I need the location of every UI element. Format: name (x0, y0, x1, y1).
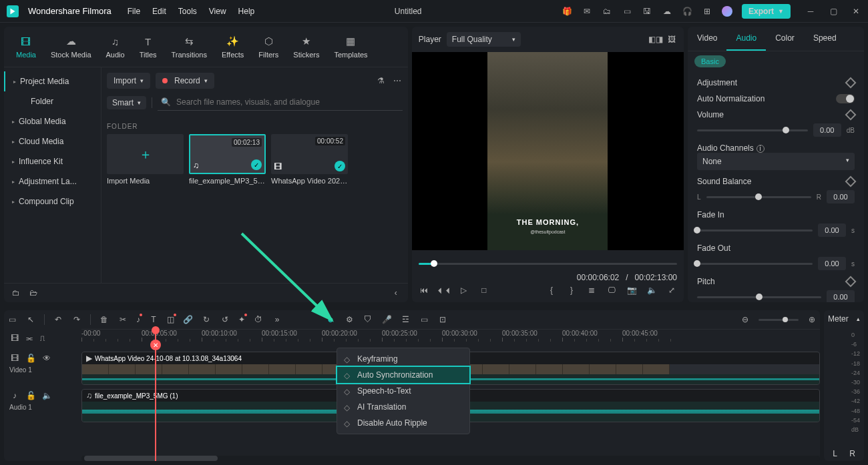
minimize-icon[interactable]: ─ (805, 6, 816, 17)
media-tab-media[interactable]: 🎞Media (12, 32, 40, 61)
keyframe-icon[interactable] (845, 276, 857, 288)
mark-out-icon[interactable]: } (566, 285, 577, 296)
subtitle-icon[interactable]: ☲ (400, 314, 411, 325)
balance-slider[interactable] (706, 196, 811, 198)
props-tab-speed[interactable]: Speed (804, 27, 846, 51)
microphone-icon[interactable]: 🎤 (381, 314, 392, 325)
gift-icon[interactable]: 🎁 (562, 6, 572, 17)
compare-icon[interactable]: ◧◨ (650, 34, 661, 45)
close-icon[interactable]: ✕ (851, 6, 861, 17)
crop-icon[interactable]: ◫ (167, 315, 174, 324)
redo-icon[interactable]: ↷ (71, 314, 82, 325)
ctx-speech-to-text[interactable]: ◇Speech-to-Text (337, 383, 469, 399)
step-back-icon[interactable]: ⏴⏴ (439, 285, 449, 296)
auto-norm-toggle[interactable] (836, 94, 855, 103)
music-icon[interactable]: ♪ (136, 315, 140, 324)
video-preview[interactable]: THE MORNING, @thesuitpodcast (412, 52, 684, 250)
cloud-icon[interactable]: ☁ (662, 6, 672, 17)
prev-frame-icon[interactable]: ⏮ (419, 285, 429, 296)
media-icon[interactable]: 🗂 (602, 6, 612, 17)
export-button[interactable]: Export▼ (742, 4, 791, 19)
image-icon[interactable]: 🖼 (666, 34, 677, 45)
mark-in-icon[interactable]: { (546, 285, 557, 296)
ratio-icon[interactable]: ▭ (419, 314, 429, 325)
ai-icon[interactable]: ☻ (325, 314, 336, 325)
marker-list-icon[interactable]: ≣ (586, 285, 597, 296)
smart-button[interactable]: Smart▾ (107, 96, 146, 109)
track-link-icon[interactable]: ⫘ (25, 333, 33, 344)
menu-edit[interactable]: Edit (152, 7, 166, 16)
expand-tools-icon[interactable]: » (272, 314, 282, 325)
ctx-keyframing[interactable]: ◇Keyframing (337, 351, 469, 367)
volume-slider[interactable] (697, 129, 808, 131)
media-tab-effects[interactable]: ✨Effects (218, 32, 248, 61)
channel-select[interactable]: None▾ (697, 153, 855, 170)
ctx-disable-auto-ripple[interactable]: ◇Disable Auto Ripple (337, 415, 469, 431)
link-icon[interactable]: 🔗 (182, 314, 193, 325)
undo-icon[interactable]: ↶ (53, 314, 63, 325)
play-icon[interactable]: ▷ (459, 285, 469, 296)
eye-icon[interactable]: 👁 (41, 353, 52, 364)
menu-help[interactable]: Help (238, 7, 255, 16)
media-tab-stock-media[interactable]: ☁Stock Media (47, 32, 95, 61)
filter-icon[interactable]: ⚗ (376, 75, 387, 86)
new-folder-icon[interactable]: 🗀 (11, 288, 21, 298)
project-icon[interactable]: ⊡ (437, 314, 448, 325)
timeline-scrollbar[interactable] (81, 456, 820, 461)
pointer-icon[interactable]: ▭ (7, 314, 17, 325)
avatar[interactable] (722, 6, 732, 17)
media-tab-filters[interactable]: ⬡Filters (254, 32, 282, 61)
sidebar-influence-kit[interactable]: ▸Influence Kit (4, 151, 101, 171)
speed-icon[interactable]: ⏱ (253, 314, 264, 325)
sidebar-folder[interactable]: Folder (4, 91, 101, 111)
quality-dropdown[interactable]: Full Quality▾ (447, 32, 521, 47)
sidebar-global-media[interactable]: ▸Global Media (4, 111, 101, 131)
keyframe-icon[interactable] (845, 109, 857, 121)
sidebar-cloud-media[interactable]: ▸Cloud Media (4, 131, 101, 151)
media-tab-stickers[interactable]: ★Stickers (289, 32, 323, 61)
track-type-icon[interactable]: ♪ (9, 390, 20, 401)
fullscreen-icon[interactable]: ⤢ (666, 285, 677, 296)
ctx-ai-translation[interactable]: ◇AI Translation (337, 399, 469, 415)
zoom-in-icon[interactable]: ⊕ (807, 314, 817, 325)
info-icon[interactable]: i (756, 145, 765, 153)
snapshot-icon[interactable]: 📷 (626, 285, 637, 296)
fade-in-slider[interactable] (697, 229, 813, 231)
thumb-video[interactable]: 00:00:52🎞✓WhatsApp Video 2024... (271, 134, 348, 185)
seek-bar[interactable] (419, 260, 677, 268)
menu-tools[interactable]: Tools (178, 7, 197, 16)
delete-icon[interactable]: 🗑 (99, 314, 110, 325)
media-tab-titles[interactable]: TTitles (136, 32, 161, 61)
lock-icon[interactable]: 🔓 (25, 353, 36, 364)
sidebar-adjustment-la-[interactable]: ▸Adjustment La... (4, 171, 101, 191)
more-icon[interactable]: ⋯ (392, 75, 403, 86)
media-tab-templates[interactable]: ▦Templates (330, 32, 371, 61)
thumb-add[interactable]: ＋Import Media (107, 134, 184, 185)
keyframe-icon[interactable] (845, 77, 857, 89)
mute-icon[interactable]: 🔈 (646, 285, 657, 296)
lock-icon[interactable]: 🔓 (25, 390, 36, 401)
record-button[interactable]: Record▾ (156, 73, 214, 89)
reverse-icon[interactable]: ↺ (220, 314, 230, 325)
auto-icon[interactable]: ✦ (238, 315, 245, 324)
keyframe-icon[interactable] (845, 176, 857, 187)
settings-icon[interactable]: ⚙ (344, 314, 355, 325)
props-tab-audio[interactable]: Audio (726, 27, 766, 51)
menu-file[interactable]: File (128, 7, 140, 16)
folder-open-icon[interactable]: 🗁 (28, 288, 39, 298)
display-icon[interactable]: 🖵 (606, 285, 617, 296)
zoom-out-icon[interactable]: ⊖ (740, 314, 750, 325)
text-icon[interactable]: T (148, 314, 159, 325)
fade-in-value[interactable]: 0.00 (818, 223, 846, 237)
meter-sort-icon[interactable]: ▴ (857, 316, 860, 322)
mute-icon[interactable]: 🔈 (41, 390, 52, 401)
collapse-icon[interactable]: ‹ (391, 288, 401, 298)
media-tab-audio[interactable]: ♫Audio (102, 32, 129, 61)
split-icon[interactable]: ✂ (118, 314, 128, 325)
basic-pill[interactable]: Basic (694, 55, 726, 67)
rotate-icon[interactable]: ↻ (201, 314, 212, 325)
track-audio-icon[interactable]: ⎍ (40, 333, 45, 344)
search-input[interactable] (176, 97, 400, 107)
ctx-auto-synchronization[interactable]: ◇Auto Synchronization (337, 367, 469, 383)
sidebar-compound-clip[interactable]: ▸Compound Clip (4, 191, 101, 211)
